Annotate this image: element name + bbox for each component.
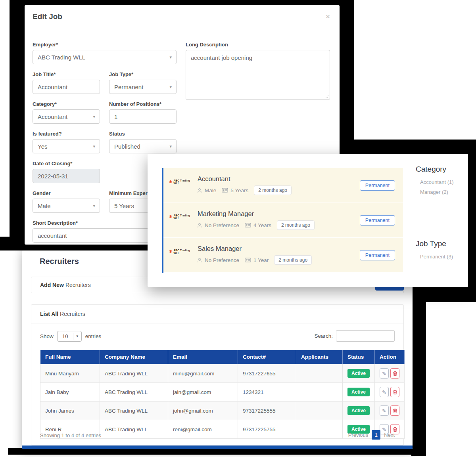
recruiters-table: Full Name Company Name Email Contact# Ap… xyxy=(40,350,405,439)
category-label: Category* xyxy=(33,101,100,107)
gender-value: Male xyxy=(38,203,51,209)
category-filter-item[interactable]: Manager (2) xyxy=(420,189,454,195)
company-logo: ✱ ABC Trading WLL xyxy=(169,179,195,185)
id-card-icon xyxy=(245,222,251,228)
cell-contact: 1234321 xyxy=(238,383,296,402)
trash-icon xyxy=(393,371,397,376)
positions-value: 1 xyxy=(114,113,117,120)
pencil-icon: ✎ xyxy=(382,408,386,414)
col-company-name[interactable]: Company Name xyxy=(100,350,168,364)
job-type-badge[interactable]: Permanent xyxy=(360,180,395,191)
background-block xyxy=(354,140,476,154)
chevron-down-icon: ▾ xyxy=(93,203,95,208)
cell-action: ✎ xyxy=(375,402,405,420)
person-icon xyxy=(197,257,202,263)
col-status[interactable]: Status xyxy=(343,350,375,364)
category-value: Accountant xyxy=(38,113,67,120)
delete-button[interactable] xyxy=(390,387,399,397)
employer-label: Employer* xyxy=(33,42,177,48)
col-contact[interactable]: Contact# xyxy=(238,350,296,364)
job-type-value: Permanent xyxy=(114,84,143,90)
chevron-down-icon: ▾ xyxy=(93,144,95,149)
closing-date-value: 2022-05-31 xyxy=(38,173,68,180)
id-card-icon xyxy=(222,187,228,193)
edit-button[interactable]: ✎ xyxy=(380,405,389,416)
col-action[interactable]: Action xyxy=(375,350,405,364)
gender-text: No Preference xyxy=(205,222,239,228)
pencil-icon: ✎ xyxy=(382,371,386,377)
job-card[interactable]: ✱ ABC Trading WLL Marketing Manager No P… xyxy=(163,203,403,237)
col-email[interactable]: Email xyxy=(168,350,238,364)
edit-button[interactable]: ✎ xyxy=(380,368,389,379)
experience-meta: 1 Year xyxy=(245,257,269,263)
col-full-name[interactable]: Full Name xyxy=(40,350,100,364)
job-type-badge[interactable]: Permanent xyxy=(360,215,395,226)
positions-label: Number of Positions* xyxy=(109,101,177,107)
chevron-down-icon: ▾ xyxy=(169,144,172,149)
cell-contact: 97317225755 xyxy=(238,420,296,439)
delete-button[interactable] xyxy=(390,368,399,379)
table-summary: Showing 1 to 4 of 4 entries xyxy=(40,432,101,438)
close-icon[interactable]: × xyxy=(326,12,330,21)
job-type-filter-list: Permanent (3) xyxy=(420,254,453,264)
job-title-input[interactable]: Accountant xyxy=(33,80,100,94)
category-heading: Category xyxy=(416,165,446,174)
entries-label: entries xyxy=(85,333,102,339)
person-icon xyxy=(197,187,202,193)
status-select[interactable]: Published ▾ xyxy=(109,139,177,153)
long-description-textarea[interactable]: accountant job opening xyxy=(186,50,330,100)
job-title-value: Accountant xyxy=(38,84,67,90)
job-type-badge[interactable]: Permanent xyxy=(360,250,395,260)
company-logo: ✱ ABC Trading WLL xyxy=(169,214,195,220)
cell-contact: 97317225555 xyxy=(238,402,296,420)
chevron-down-icon: ▾ xyxy=(169,84,172,90)
job-type-label: Job Type* xyxy=(109,71,177,77)
delete-button[interactable] xyxy=(390,405,399,416)
add-new-bold: Add New xyxy=(40,282,64,288)
gender-text: No Preference xyxy=(205,257,239,263)
search-label: Search: xyxy=(314,333,333,339)
bottom-accent-bar xyxy=(22,446,413,449)
page-1-button[interactable]: 1 xyxy=(372,430,380,440)
cell-company: ABC Trading WLL xyxy=(100,383,168,402)
employer-value: ABC Trading WLL xyxy=(38,54,85,61)
resize-grip-icon[interactable] xyxy=(324,94,328,98)
cell-contact: 97317227655 xyxy=(238,364,296,383)
cell-name: John James xyxy=(40,402,100,420)
page-size-select[interactable]: 10 ▼ xyxy=(57,331,82,342)
job-type-select[interactable]: Permanent ▾ xyxy=(109,80,177,94)
cell-name: Minu Mariyam xyxy=(40,364,100,383)
page-title: Recruiters xyxy=(40,257,79,266)
table-row: Jain Baby ABC Trading WLL jain@gmail.com… xyxy=(40,383,405,402)
next-button[interactable]: Next xyxy=(384,432,395,438)
employer-select[interactable]: ABC Trading WLL ▾ xyxy=(33,50,177,64)
list-all-recruiters-card: List All Recruiters Show 10 ▼ entries Se… xyxy=(31,304,404,446)
category-select[interactable]: Accountant ▾ xyxy=(33,109,100,124)
job-type-filter-item[interactable]: Permanent (3) xyxy=(420,254,453,260)
table-row: Minu Mariyam ABC Trading WLL minu@gmail.… xyxy=(40,364,405,383)
status-badge: Active xyxy=(347,369,370,378)
logo-icon: ✱ xyxy=(169,215,172,219)
experience-text: 1 Year xyxy=(253,257,269,263)
status-label: Status xyxy=(109,131,177,137)
category-filter-item[interactable]: Accountant (1) xyxy=(420,179,454,185)
featured-select[interactable]: Yes ▾ xyxy=(33,139,100,153)
col-applicants[interactable]: Applicants xyxy=(296,350,343,364)
chevron-down-icon: ▼ xyxy=(73,335,81,338)
cell-company: ABC Trading WLL xyxy=(100,402,168,420)
job-card[interactable]: ✱ ABC Trading WLL Accountant Male 5 Year… xyxy=(163,168,403,203)
status-value: Published xyxy=(114,143,140,150)
job-title: Marketing Manager xyxy=(198,210,254,218)
job-card[interactable]: ✱ ABC Trading WLL Sales Manager No Prefe… xyxy=(163,238,403,272)
experience-value: 5 Years xyxy=(114,203,134,209)
gender-meta: No Preference xyxy=(197,222,239,228)
gender-select[interactable]: Male ▾ xyxy=(33,199,100,213)
positions-input[interactable]: 1 xyxy=(109,109,177,124)
pagination: Previous 1 Next xyxy=(348,430,395,440)
gender-meta: Male xyxy=(197,187,216,193)
search-input[interactable] xyxy=(336,330,395,342)
background-block xyxy=(8,448,411,455)
edit-button[interactable]: ✎ xyxy=(380,387,389,397)
search-control: Search: xyxy=(314,330,395,342)
previous-button[interactable]: Previous xyxy=(348,432,369,438)
